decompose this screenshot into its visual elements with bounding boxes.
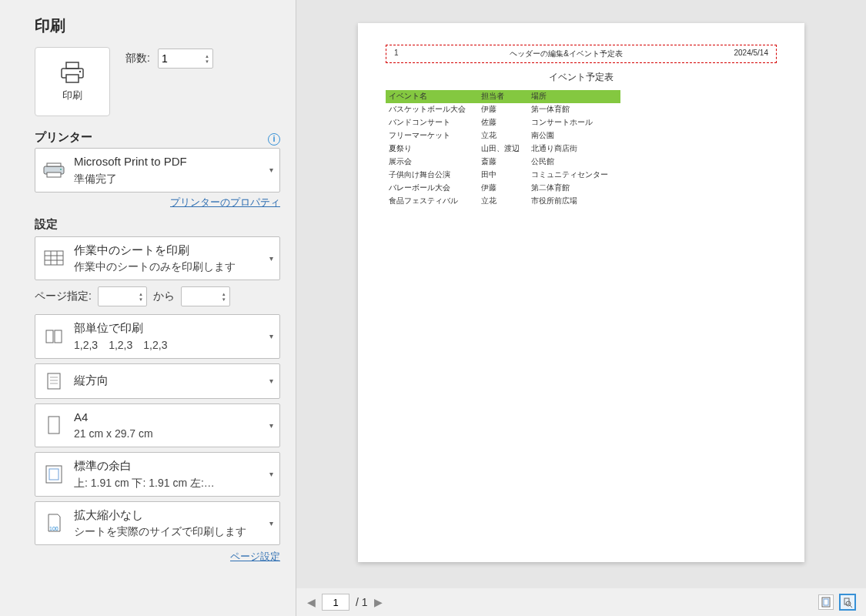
zoom-to-page-toggle[interactable] [840, 594, 855, 610]
print-button[interactable]: 印刷 [35, 47, 110, 116]
sheet-icon [42, 250, 66, 266]
collate-select[interactable]: 部単位で印刷 1,2,3 1,2,3 1,2,3 ▾ [35, 314, 280, 359]
page-title: 印刷 [35, 15, 280, 36]
table-cell: 第二体育館 [528, 182, 620, 195]
orientation-primary: 縦方向 [74, 372, 262, 390]
page-to-label: から [153, 290, 175, 303]
page-to-field[interactable] [185, 290, 222, 303]
header-region: 1 ヘッダーの編集&イベント予定表 2024/5/14 [386, 45, 777, 63]
chevron-down-icon[interactable]: ▼ [222, 297, 226, 302]
prev-page-button[interactable]: ◀ [307, 596, 316, 608]
table-cell: 田中 [478, 169, 528, 182]
chevron-down-icon: ▾ [269, 519, 273, 527]
copies-label: 部数: [125, 52, 150, 65]
table-cell: 南公園 [528, 129, 620, 142]
orientation-select[interactable]: 縦方向 ▾ [35, 363, 280, 399]
table-cell: 佐藤 [478, 116, 528, 129]
svg-rect-20 [46, 466, 62, 483]
svg-point-3 [79, 71, 81, 72]
table-row: バレーボール大会伊藤第二体育館 [386, 182, 620, 195]
scaling-primary: 拡大縮小なし [74, 507, 262, 524]
table-cell: 子供向け舞台公演 [386, 169, 478, 182]
chevron-down-icon: ▾ [269, 377, 273, 385]
table-cell: 食品フェスティバル [386, 195, 478, 208]
table-cell: 展示会 [386, 156, 478, 169]
table-cell: 第一体育館 [528, 103, 620, 116]
show-margins-toggle[interactable] [818, 594, 834, 610]
paper-icon [42, 415, 66, 435]
what-to-print-select[interactable]: 作業中のシートを印刷 作業中のシートのみを印刷します ▾ [35, 236, 280, 281]
svg-rect-15 [48, 373, 60, 389]
page-range-label: ページ指定: [35, 290, 92, 303]
total-pages-label: / 1 [356, 596, 368, 608]
table-cell: バンドコンサート [386, 116, 478, 129]
preview-page: 1 ヘッダーの編集&イベント予定表 2024/5/14 イベント予定表 イベント… [358, 23, 804, 562]
copies-input[interactable]: ▲ ▼ [158, 49, 213, 69]
next-page-button[interactable]: ▶ [374, 596, 383, 608]
what-to-print-primary: 作業中のシートを印刷 [74, 242, 262, 259]
collate-primary: 部単位で印刷 [74, 320, 262, 337]
page-from-input[interactable]: ▲▼ [98, 286, 147, 306]
svg-rect-21 [49, 469, 59, 480]
print-button-label: 印刷 [62, 89, 82, 102]
margins-secondary: 上: 1.91 cm 下: 1.91 cm 左:… [74, 475, 262, 491]
printer-select[interactable]: Microsoft Print to PDF 準備完了 ▾ [35, 148, 280, 192]
svg-rect-5 [47, 163, 61, 166]
svg-line-27 [850, 605, 852, 608]
collate-icon [42, 328, 66, 345]
copies-spinner[interactable]: ▲ ▼ [205, 54, 209, 64]
paper-primary: A4 [74, 409, 262, 427]
table-cell: フリーマーケット [386, 129, 478, 142]
paper-secondary: 21 cm x 29.7 cm [74, 426, 262, 442]
printer-properties-link[interactable]: プリンターのプロパティ [170, 196, 280, 208]
table-cell: バスケットボール大会 [386, 103, 478, 116]
scaling-secondary: シートを実際のサイズで印刷します [74, 524, 262, 540]
margins-select[interactable]: 標準の余白 上: 1.91 cm 下: 1.91 cm 左:… ▾ [35, 452, 280, 497]
paper-size-select[interactable]: A4 21 cm x 29.7 cm ▾ [35, 403, 280, 448]
page-from-field[interactable] [102, 290, 139, 303]
svg-rect-2 [66, 75, 79, 82]
chevron-down-icon[interactable]: ▼ [139, 297, 143, 302]
what-to-print-secondary: 作業中のシートのみを印刷します [74, 259, 262, 275]
info-icon[interactable]: i [268, 133, 280, 146]
table-header: 場所 [528, 90, 620, 103]
scaling-select[interactable]: 100 拡大縮小なし シートを実際のサイズで印刷します ▾ [35, 501, 280, 546]
preview-table: イベント名担当者場所 バスケットボール大会伊藤第一体育館バンドコンサート佐藤コン… [386, 90, 620, 208]
chevron-up-icon[interactable]: ▲ [205, 54, 209, 59]
page-setup-link[interactable]: ページ設定 [230, 551, 280, 562]
table-cell: 夏祭り [386, 142, 478, 156]
table-cell: 立花 [478, 129, 528, 142]
chevron-down-icon[interactable]: ▼ [205, 59, 209, 64]
margins-icon [42, 464, 66, 484]
table-cell: コミュニティセンター [528, 169, 620, 182]
printer-device-icon [42, 162, 66, 179]
table-cell: 山田、渡辺 [478, 142, 528, 156]
printer-name: Microsoft Print to PDF [74, 153, 262, 171]
settings-panel: 印刷 印刷 部数: ▲ [0, 0, 296, 616]
page-to-input[interactable]: ▲▼ [181, 286, 230, 306]
document-title: イベント予定表 [386, 71, 777, 84]
table-header: イベント名 [386, 90, 478, 103]
header-left: 1 [394, 49, 399, 59]
chevron-up-icon[interactable]: ▲ [222, 292, 226, 296]
svg-point-7 [60, 169, 62, 170]
chevron-down-icon: ▾ [269, 421, 273, 430]
table-cell: コンサートホール [528, 116, 620, 129]
table-row: バスケットボール大会伊藤第一体育館 [386, 103, 620, 116]
table-cell: 伊藤 [478, 103, 528, 116]
current-page-input[interactable] [322, 594, 349, 611]
svg-rect-6 [47, 172, 61, 177]
table-cell: バレーボール大会 [386, 182, 478, 195]
svg-rect-14 [55, 330, 62, 343]
chevron-down-icon: ▾ [269, 254, 273, 263]
svg-rect-13 [46, 330, 53, 343]
table-row: 子供向け舞台公演田中コミュニティセンター [386, 169, 620, 182]
chevron-up-icon[interactable]: ▲ [139, 292, 143, 296]
copies-input-field[interactable] [162, 52, 205, 65]
printer-icon [59, 61, 86, 84]
collate-secondary: 1,2,3 1,2,3 1,2,3 [74, 337, 262, 353]
chevron-down-icon: ▾ [269, 470, 273, 478]
table-cell: 市役所前広場 [528, 195, 620, 208]
svg-text:100: 100 [49, 526, 59, 531]
printer-section-label: プリンター [35, 130, 92, 145]
